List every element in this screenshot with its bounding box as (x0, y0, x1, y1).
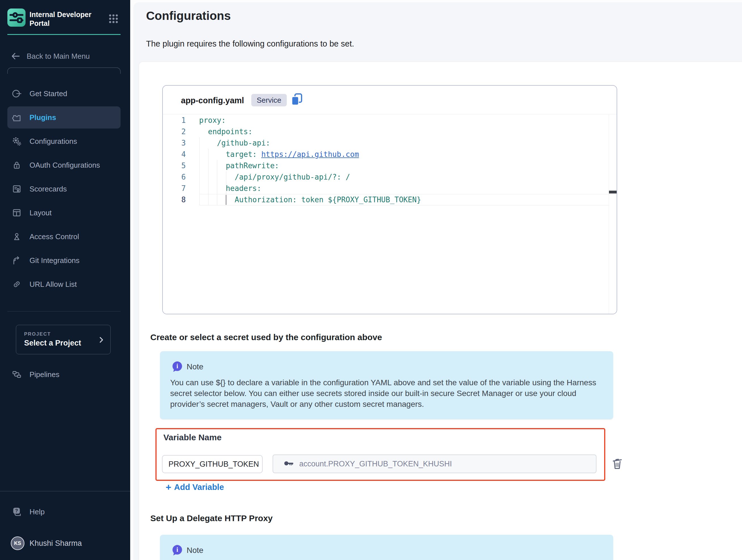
line-number: 7 (169, 183, 186, 194)
code-lines[interactable]: proxy: endpoints: /github-api: target: h… (199, 115, 421, 205)
page-subtitle: The plugin requires the following config… (146, 39, 354, 49)
code-line: headers: (199, 183, 421, 194)
sidebar-item-label: Configurations (30, 137, 77, 146)
page-title: Configurations (146, 9, 231, 23)
trash-icon[interactable] (610, 455, 625, 471)
variable-highlight-box: Variable Name account.PROXY_GITHUB_TOKEN… (155, 428, 605, 481)
project-selector[interactable]: PROJECT Select a Project (16, 325, 111, 354)
plus-icon: + (166, 482, 171, 492)
user-name: Khushi Sharma (30, 539, 82, 548)
variable-name-input[interactable] (162, 455, 263, 473)
line-number: 2 (169, 126, 186, 137)
svg-text:i: i (176, 363, 178, 370)
sidebar-item-url-allow-list[interactable]: URL Allow List (7, 273, 120, 295)
info-icon: i (171, 544, 183, 556)
add-variable-label: Add Variable (174, 482, 224, 492)
help-label: Help (30, 508, 45, 516)
back-to-main-menu[interactable]: Back to Main Menu (10, 50, 90, 62)
note-body: You can use ${} to declare a variable in… (170, 377, 601, 410)
back-to-main-menu-label: Back to Main Menu (26, 52, 90, 61)
line-number: 8 (169, 194, 186, 205)
key-icon (283, 459, 295, 469)
code-line: endpoints: (199, 126, 421, 137)
page: Internal Developer Portal Back to Main M… (0, 0, 742, 560)
sidebar-nav: Get StartedPluginsConfigurationsOAuth Co… (0, 83, 130, 297)
copy-icon[interactable] (290, 93, 304, 106)
sidebar-item-label: OAuth Configurations (30, 161, 100, 170)
sidebar: Internal Developer Portal Back to Main M… (0, 0, 130, 560)
app-grid-icon[interactable] (108, 13, 119, 24)
sidebar-item-label: Plugins (30, 113, 56, 122)
app-title: Internal Developer Portal (30, 10, 98, 28)
variable-name-label: Variable Name (163, 432, 221, 442)
info-icon: i (171, 361, 183, 373)
sidebar-item-label: Pipelines (30, 370, 60, 379)
note-title: Note (187, 362, 203, 371)
git-integrations-icon (11, 255, 22, 266)
line-numbers: 12345678 (169, 115, 186, 205)
sidebar-item-plugins[interactable]: Plugins (7, 106, 120, 129)
code-line: /api/proxy/github-api/?: / (199, 171, 421, 183)
line-number: 1 (169, 115, 186, 126)
secret-value: account.PROXY_GITHUB_TOKEN_KHUSHI (299, 460, 452, 468)
sidebar-item-configurations[interactable]: Configurations (7, 130, 120, 152)
sidebar-item-label: Get Started (30, 89, 67, 98)
code-line: Authorization: token ${PROXY_GITHUB_TOKE… (199, 194, 421, 205)
sidebar-item-access-control[interactable]: Access Control (7, 225, 120, 248)
help-chat-icon: ? (11, 506, 23, 517)
secret-selector[interactable]: account.PROXY_GITHUB_TOKEN_KHUSHI (273, 454, 596, 473)
note-title: Note (187, 546, 203, 555)
plugins-icon (11, 112, 22, 123)
line-number: 5 (169, 160, 186, 171)
sidebar-item-scorecards[interactable]: Scorecards (7, 178, 120, 200)
get-started-icon (11, 88, 22, 99)
sidebar-accent-rule (7, 34, 120, 35)
avatar: KS (11, 537, 24, 550)
scorecards-icon (11, 184, 22, 194)
delegate-section-heading: Set Up a Delegate HTTP Proxy (150, 513, 273, 523)
sidebar-item-layout[interactable]: Layout (7, 202, 120, 224)
line-number: 3 (169, 137, 186, 149)
configurations-icon (11, 136, 22, 147)
code-line: pathRewrite: (199, 160, 421, 171)
sidebar-item-label: Layout (30, 208, 52, 217)
url-allow-list-icon (11, 279, 22, 290)
service-chip: Service (251, 94, 287, 106)
nav-group-outline (7, 67, 120, 74)
code-line: target: https://api.github.com (199, 149, 421, 160)
sidebar-item-pipelines[interactable]: Pipelines (7, 363, 120, 386)
sidebar-item-label: URL Allow List (30, 280, 77, 289)
layout-icon (11, 207, 22, 218)
note-box: i Note (160, 535, 613, 560)
svg-text:?: ? (15, 508, 18, 513)
user-menu[interactable]: KS Khushi Sharma (7, 535, 126, 552)
line-number: 4 (169, 149, 186, 160)
add-variable-button[interactable]: + Add Variable (166, 482, 224, 492)
sidebar-item-label: Scorecards (30, 185, 67, 194)
project-value: Select a Project (24, 339, 81, 348)
access-control-icon (11, 231, 22, 242)
app-logo-icon (7, 8, 25, 27)
svg-text:i: i (176, 546, 178, 553)
note-box: i Note You can use ${} to declare a vari… (160, 351, 613, 419)
chevron-right-icon (96, 335, 106, 345)
editor-scrollbar-marker[interactable] (609, 191, 617, 194)
pipelines-icon (11, 369, 22, 380)
sidebar-item-label: Access Control (30, 232, 79, 241)
oauth-icon (11, 160, 22, 170)
sidebar-item-oauth-configurations[interactable]: OAuth Configurations (7, 154, 120, 176)
secret-section-heading: Create or select a secret used by the co… (150, 333, 382, 342)
project-label: PROJECT (24, 332, 51, 337)
arrow-left-icon (10, 51, 21, 61)
sidebar-item-get-started[interactable]: Get Started (7, 83, 120, 105)
sidebar-item-git-integrations[interactable]: Git Integrations (7, 249, 120, 271)
editor-scrollbar-track[interactable] (609, 114, 617, 314)
sidebar-item-label: Git Integrations (30, 256, 80, 265)
code-line: proxy: (199, 115, 421, 126)
editor-filename: app-config.yaml (181, 96, 244, 105)
line-number: 6 (169, 171, 186, 183)
code-line: /github-api: (199, 137, 421, 149)
help-button[interactable]: ? Help (7, 501, 120, 523)
